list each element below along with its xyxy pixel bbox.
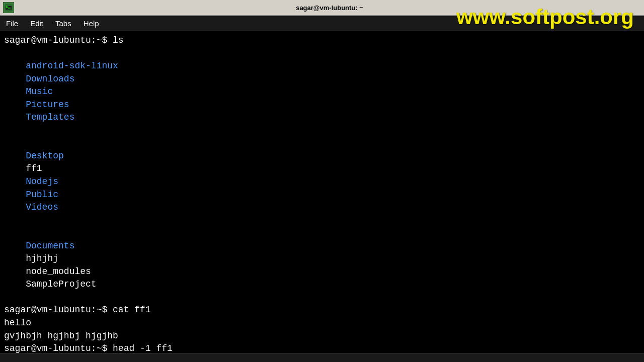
terminal-line: android-sdk-linux Downloads Music Pictur…: [4, 47, 640, 137]
terminal[interactable]: sagar@vm-lubuntu:~$ ls android-sdk-linux…: [0, 31, 644, 353]
terminal-line: gvjhbjh hgjhbj hjgjhb: [4, 330, 640, 343]
terminal-line: Desktop ff1 Nodejs Public Videos: [4, 137, 640, 227]
terminal-line: sagar@vm-lubuntu:~$ ls: [4, 34, 640, 47]
watermark: www.softpost.org: [456, 5, 634, 29]
menu-edit[interactable]: Edit: [24, 18, 49, 29]
statusbar: [0, 353, 644, 362]
menu-file[interactable]: File: [0, 18, 24, 29]
terminal-line: sagar@vm-lubuntu:~$ cat ff1: [4, 304, 640, 317]
terminal-line: Documents hjhjhj node_modules SampleProj…: [4, 227, 640, 304]
menu-help[interactable]: Help: [77, 18, 105, 29]
menu-tabs[interactable]: Tabs: [49, 18, 77, 29]
terminal-line: hello: [4, 317, 640, 330]
terminal-icon: [3, 2, 14, 13]
terminal-line: sagar@vm-lubuntu:~$ head -1 ff1: [4, 342, 640, 353]
